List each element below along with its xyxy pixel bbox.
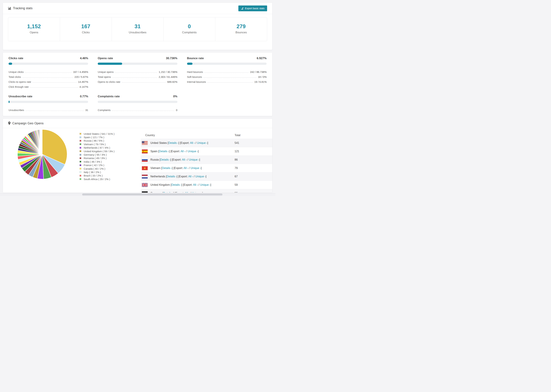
rate-row-label: Clicks to opens rate xyxy=(8,80,31,83)
rate-row-label: Soft bounces xyxy=(187,75,202,78)
legend-item: Canada ( 40 / 2% ) xyxy=(79,167,114,170)
details-link[interactable]: Details › xyxy=(168,141,178,144)
rate-value: 4.46% xyxy=(80,57,88,60)
table-row-us: United States [Details ›] [Export: All ›… xyxy=(141,139,272,147)
legend-swatch xyxy=(79,147,81,149)
rate-title: Bounce rate xyxy=(187,57,204,60)
rates-grid: Clicks rate4.46%Unique clicks167 / 4.456… xyxy=(3,53,272,112)
export-unique-link[interactable]: Unique › xyxy=(195,175,205,178)
legend-swatch xyxy=(79,164,81,166)
legend-item: Netherlands ( 67 / 4% ) xyxy=(79,146,114,149)
summary-label: Unsubscribes xyxy=(112,31,163,34)
export-unique-link[interactable]: Unique › xyxy=(191,167,201,169)
export-all-link[interactable]: All › xyxy=(182,158,187,161)
rates-card: Clicks rate4.46%Unique clicks167 / 4.456… xyxy=(3,52,272,116)
summary-label: Opens xyxy=(8,31,60,34)
legend-swatch xyxy=(79,143,81,145)
rate-row-value: 689.82% xyxy=(167,80,177,83)
legend-label: Russia ( 86 / 5% ) xyxy=(84,139,104,142)
details-link[interactable]: Details › xyxy=(160,158,170,161)
total-cell: 59 xyxy=(235,183,238,186)
legend-label: India ( 46 / 3% ) xyxy=(84,160,102,163)
country-cell: Russia [Details ›] [Export: All › / Uniq… xyxy=(150,158,200,161)
total-cell: 121 xyxy=(235,150,239,153)
country-name: Netherlands xyxy=(150,175,165,178)
country-name: United States xyxy=(150,141,167,144)
bar-chart-icon xyxy=(8,7,11,10)
map-pin-icon xyxy=(8,122,11,125)
geo-pie-legend: United States ( 541 / 31% )Spain ( 121 /… xyxy=(79,132,114,181)
table-row-es: Spain [Details ›] [Export: All › / Uniqu… xyxy=(141,147,272,155)
export-unique-link[interactable]: Unique › xyxy=(189,158,199,161)
country-name: Russia xyxy=(150,158,159,161)
country-name: Spain xyxy=(150,150,157,153)
legend-swatch xyxy=(79,154,81,156)
rate-row: Hard bounces242 / 86.738% xyxy=(187,68,267,73)
rate-row: Complaints0 xyxy=(98,106,177,112)
details-link[interactable]: Details › xyxy=(167,175,177,178)
dotted-leader xyxy=(25,72,72,73)
export-prefix: Export: xyxy=(184,183,193,186)
rate-value: 6.927% xyxy=(257,57,267,60)
rate-progress-fill xyxy=(8,63,12,65)
legend-label: Brazil ( 33 / 2% ) xyxy=(84,174,103,177)
details-link[interactable]: Details › xyxy=(162,167,172,169)
legend-swatch xyxy=(79,175,81,177)
export-all-link[interactable]: All › xyxy=(181,150,185,153)
dotted-leader xyxy=(112,111,175,111)
country-name: United Kingdom xyxy=(150,183,170,186)
legend-swatch xyxy=(79,133,81,135)
summary-stat-clicks: 167Clicks xyxy=(60,17,112,41)
legend-label: Romania ( 49 / 3% ) xyxy=(84,157,106,160)
total-cell: 541 xyxy=(235,141,239,145)
details-link[interactable]: Details › xyxy=(159,150,169,153)
details-link[interactable]: Details › xyxy=(163,192,173,193)
export-all-link[interactable]: All › xyxy=(193,183,198,186)
rate-row: Unique clicks167 / 4.456% xyxy=(8,68,88,73)
rate-progress-bar xyxy=(8,63,88,65)
legend-item: United States ( 541 / 31% ) xyxy=(79,132,114,135)
export-prefix: Export: xyxy=(181,141,190,144)
summary-stats-row: 1,152Opens167Clicks31Unsubscribes0Compla… xyxy=(8,17,267,41)
export-unique-link[interactable]: Unique › xyxy=(192,192,202,193)
dotted-leader xyxy=(26,111,84,111)
export-unique-link[interactable]: Unique › xyxy=(197,141,207,144)
export-unique-link[interactable]: Unique › xyxy=(200,183,210,186)
export-icon xyxy=(241,7,244,10)
country-name: Germany xyxy=(150,192,162,193)
export-all-link[interactable]: All › xyxy=(184,167,188,169)
tracking-stats-header: Tracking stats Export basic stats xyxy=(3,3,272,14)
summary-value: 279 xyxy=(215,23,267,30)
rate-row: Clicks to opens rate14.497% xyxy=(8,78,88,83)
export-all-link[interactable]: All › xyxy=(190,141,195,144)
opens-rate-block: Opens rate30.736%Unique opens1,152 / 30.… xyxy=(98,57,177,88)
pie-slice xyxy=(42,129,42,154)
rate-row-label: Unique clicks xyxy=(8,70,24,73)
gb-flag-icon xyxy=(142,183,148,187)
details-link[interactable]: Details › xyxy=(171,183,182,186)
export-basic-stats-button[interactable]: Export basic stats xyxy=(238,6,267,11)
legend-label: France ( 42 / 2% ) xyxy=(84,164,104,167)
country-cell: United Kingdom [Details ›] [Export: All … xyxy=(150,183,211,186)
dotted-leader xyxy=(203,77,256,78)
complaints-rate-block: Complaints rate0%Complaints0 xyxy=(98,95,177,112)
export-prefix: Export: xyxy=(176,192,185,193)
rate-row: Click through rate4.147% xyxy=(8,83,88,88)
legend-label: United Kingdom ( 59 / 3% ) xyxy=(84,150,114,153)
table-row-de: Germany [Details ›] [Export: All › / Uni… xyxy=(141,189,272,193)
rate-row-label: Internal bounces xyxy=(187,80,206,83)
country-cell: Vietnam [Details ›] [Export: All › / Uni… xyxy=(150,167,202,170)
rate-title: Clicks rate xyxy=(8,57,23,60)
export-all-link[interactable]: All › xyxy=(185,192,190,193)
es-flag-icon xyxy=(142,149,148,154)
rate-row: Opens to clicks rate689.82% xyxy=(98,78,177,83)
export-all-link[interactable]: All › xyxy=(188,175,193,178)
legend-item: France ( 42 / 2% ) xyxy=(79,163,114,167)
summary-stat-complaints: 0Complaints xyxy=(163,17,215,41)
rate-row: Soft bounces18 / 0% xyxy=(187,73,267,78)
export-unique-link[interactable]: Unique › xyxy=(188,150,198,153)
summary-stat-opens: 1,152Opens xyxy=(8,17,60,41)
horizontal-scrollbar-thumb[interactable] xyxy=(82,194,222,196)
rate-value: 30.736% xyxy=(166,57,177,60)
rate-row: Total opens2,303 / 61.446% xyxy=(98,73,177,78)
